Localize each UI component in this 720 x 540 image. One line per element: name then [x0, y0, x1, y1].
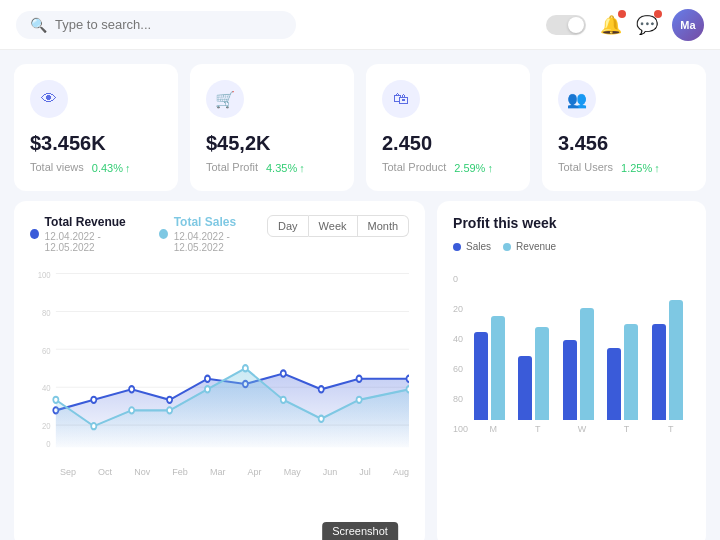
bar-sales-2 — [563, 340, 577, 420]
svg-point-30 — [319, 416, 324, 422]
bar-x-label-2: W — [563, 424, 601, 434]
area-chart-svg: 100 80 60 40 20 0 — [30, 263, 409, 463]
svg-point-14 — [129, 386, 134, 392]
card-product: 🛍 2.450 Total Product 2.59% ↑ — [366, 64, 530, 191]
bar-x-label-0: M — [474, 424, 512, 434]
svg-text:40: 40 — [42, 383, 51, 394]
svg-point-21 — [406, 376, 409, 382]
bar-legend-sales: Sales — [453, 241, 491, 252]
message-badge — [654, 10, 662, 18]
user-avatar[interactable]: Ma — [672, 9, 704, 41]
bar-x-label-3: T — [607, 424, 645, 434]
bar-group-0 — [474, 316, 512, 420]
product-icon: 🛍 — [382, 80, 420, 118]
views-label: Total views — [30, 161, 84, 173]
svg-point-20 — [357, 376, 362, 382]
svg-point-28 — [243, 365, 248, 371]
svg-point-19 — [319, 386, 324, 392]
revenue-chart-panel: Total Revenue 12.04.2022 - 12.05.2022 To… — [14, 201, 425, 540]
svg-text:60: 60 — [42, 345, 51, 356]
views-value: $3.456K — [30, 132, 162, 155]
toggle-knob — [568, 17, 584, 33]
profit-bottom: Total Profit 4.35% ↑ — [206, 161, 338, 175]
svg-point-16 — [205, 376, 210, 382]
profit-chart-title: Profit this week — [453, 215, 690, 231]
bar-group-3 — [607, 324, 645, 420]
sales-legend-title: Total Sales — [174, 215, 267, 229]
svg-point-25 — [129, 407, 134, 413]
svg-point-32 — [406, 386, 409, 392]
time-btn-week[interactable]: Week — [309, 215, 358, 237]
sales-dot — [159, 229, 168, 239]
cards-row: 👁 $3.456K Total views 0.43% ↑ 🛒 $45,2K T… — [0, 50, 720, 201]
notifications-button[interactable]: 🔔 — [600, 14, 622, 36]
screenshot-label: Screenshot — [322, 522, 398, 540]
svg-text:80: 80 — [42, 307, 51, 318]
bar-revenue-3 — [624, 324, 638, 420]
svg-point-31 — [357, 397, 362, 403]
svg-point-27 — [205, 386, 210, 392]
profit-icon: 🛒 — [206, 80, 244, 118]
time-btn-month[interactable]: Month — [358, 215, 410, 237]
bar-revenue-1 — [535, 327, 549, 420]
svg-point-26 — [167, 407, 172, 413]
bar-sales-0 — [474, 332, 488, 420]
main-area: Total Revenue 12.04.2022 - 12.05.2022 To… — [0, 201, 720, 540]
svg-point-29 — [281, 397, 286, 403]
product-value: 2.450 — [382, 132, 514, 155]
svg-point-13 — [91, 397, 96, 403]
bar-x-label-1: T — [518, 424, 556, 434]
bars-container — [474, 260, 690, 420]
users-value: 3.456 — [558, 132, 690, 155]
users-change: 1.25% ↑ — [621, 162, 660, 174]
bar-revenue-0 — [491, 316, 505, 420]
product-bottom: Total Product 2.59% ↑ — [382, 161, 514, 175]
revenue-dot — [30, 229, 39, 239]
search-icon: 🔍 — [30, 17, 47, 33]
bar-x-labels: MTWTT — [474, 424, 690, 434]
bar-group-1 — [518, 327, 556, 420]
bar-sales-3 — [607, 348, 621, 420]
users-bottom: Total Users 1.25% ↑ — [558, 161, 690, 175]
legend-revenue: Total Revenue 12.04.2022 - 12.05.2022 — [30, 215, 139, 253]
profit-change: 4.35% ↑ — [266, 162, 305, 174]
search-area[interactable]: 🔍 — [16, 11, 296, 39]
profit-label: Total Profit — [206, 161, 258, 173]
bar-group-4 — [652, 300, 690, 420]
messages-button[interactable]: 💬 — [636, 14, 658, 36]
theme-toggle[interactable] — [546, 15, 586, 35]
bar-sales-1 — [518, 356, 532, 420]
views-bottom: Total views 0.43% ↑ — [30, 161, 162, 175]
bar-x-label-4: T — [652, 424, 690, 434]
bar-legend: Sales Revenue — [453, 241, 690, 252]
card-users: 👥 3.456 Total Users 1.25% ↑ — [542, 64, 706, 191]
revenue-legend-date: 12.04.2022 - 12.05.2022 — [45, 231, 139, 253]
notification-badge — [618, 10, 626, 18]
users-icon: 👥 — [558, 80, 596, 118]
svg-point-24 — [91, 423, 96, 429]
bar-y-labels: 100 80 60 40 20 0 — [453, 274, 468, 434]
revenue-legend-title: Total Revenue — [45, 215, 139, 229]
chart-legends: Total Revenue 12.04.2022 - 12.05.2022 To… — [30, 215, 267, 253]
profit-chart-panel: Profit this week Sales Revenue 100 80 60… — [437, 201, 706, 540]
bar-group-2 — [563, 308, 601, 420]
svg-point-18 — [281, 370, 286, 376]
bar-sales-4 — [652, 324, 666, 420]
sales-legend-dot — [453, 243, 461, 251]
bar-revenue-4 — [669, 300, 683, 420]
product-change: 2.59% ↑ — [454, 162, 493, 174]
x-labels: Sep Oct Nov Feb Mar Apr May Jun Jul Aug — [30, 467, 409, 477]
revenue-legend-dot — [503, 243, 511, 251]
product-label: Total Product — [382, 161, 446, 173]
search-input[interactable] — [55, 17, 282, 32]
svg-point-15 — [167, 397, 172, 403]
bar-revenue-2 — [580, 308, 594, 420]
bars-and-labels: MTWTT — [474, 260, 690, 434]
time-btn-day[interactable]: Day — [267, 215, 309, 237]
time-buttons: Day Week Month — [267, 215, 409, 237]
svg-text:20: 20 — [42, 421, 51, 432]
card-views: 👁 $3.456K Total views 0.43% ↑ — [14, 64, 178, 191]
views-icon: 👁 — [30, 80, 68, 118]
legend-sales: Total Sales 12.04.2022 - 12.05.2022 — [159, 215, 268, 253]
svg-point-23 — [53, 397, 58, 403]
